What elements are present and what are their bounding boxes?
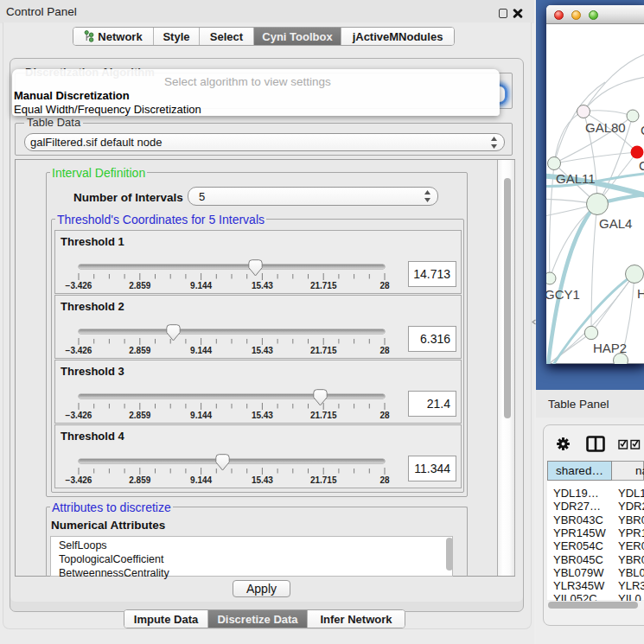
svg-text:H: H <box>637 286 644 301</box>
svg-text:GAL4: GAL4 <box>599 216 632 231</box>
svg-text:GAL11: GAL11 <box>556 171 596 186</box>
svg-text:G.: G. <box>641 123 644 137</box>
svg-text:C: C <box>639 158 644 173</box>
svg-text:HAP2: HAP2 <box>593 341 627 355</box>
svg-text:GCY1: GCY1 <box>546 287 580 302</box>
svg-text:GAL80: GAL80 <box>585 120 626 135</box>
